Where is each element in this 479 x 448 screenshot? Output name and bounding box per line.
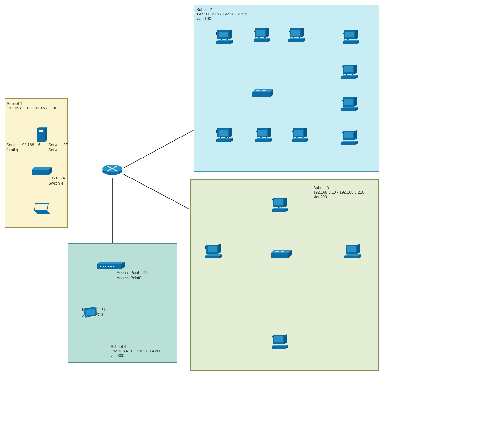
subnet4-title-text: Subnet 4: [111, 344, 161, 349]
tablet-node[interactable]: TabletPC - PT Tablet PC0: [81, 306, 105, 317]
server-ip-note: (static): [6, 148, 42, 153]
subnet1-title-text: Subnet 1: [7, 101, 57, 106]
subnet1-switch-label: 2950 - 24 Switch 4: [48, 176, 65, 186]
subnet3-title-block: Subnet 3 192.168.3.10 - 192.168.3.210 vl…: [312, 184, 365, 200]
ap-l2: Access Point0: [117, 276, 147, 281]
subnet3-vlan: vlan200: [314, 195, 364, 199]
pc9-label2: PC - 9: [257, 134, 268, 139]
router-node[interactable]: 1841 Router 10: [102, 163, 119, 174]
pc7-label2: PC - 7: [343, 137, 354, 142]
tablet-l1: TabletPC - PT: [81, 307, 105, 312]
s3pc1-l2: PC1: [348, 250, 355, 256]
pc-node-5[interactable]: PC - PT PC - 5: [341, 65, 355, 76]
subnet1-zone: Subnet 1 192.168.1.10 - 192.168.1.210: [5, 98, 68, 228]
pc-node-8[interactable]: PC - PT PC - 8: [292, 128, 305, 139]
pc-node-9[interactable]: PC - PT PC - 9: [255, 128, 269, 139]
s3pc2-l2: PC2: [208, 250, 216, 256]
subnet1-range: 192.168.1.10 - 192.168.1.210: [7, 106, 57, 110]
server-ip-text: Server: 192.168.1.6.: [6, 143, 42, 148]
pc-node-2[interactable]: PC - PT PC - 2: [254, 28, 267, 39]
subnet2-title-text: Subnet 2: [196, 7, 247, 12]
s3pc4-l1: PC - PT: [272, 199, 285, 204]
pc4-label1: PC - PT: [343, 31, 356, 36]
pc6-label2: PC - 6: [343, 103, 354, 108]
pc9-label1: PC - PT: [255, 129, 269, 134]
pc4-label2: PC - 4: [344, 36, 355, 41]
pc-node-3[interactable]: PC - PT PC - 3: [288, 28, 302, 39]
pc10-label1: PC - PT: [216, 129, 230, 134]
ap-l1: Access Point - PT: [117, 270, 147, 276]
subnet2-vlan: vlan 100: [196, 16, 247, 21]
subnet3-pc1[interactable]: PC - PT PC1: [344, 244, 358, 255]
subnet3-title-text: Subnet 3: [314, 186, 364, 190]
pc2-label2: PC - 2: [255, 34, 266, 39]
pc6-label1: PC - PT: [341, 98, 355, 103]
server-label1: Server - PT: [48, 143, 68, 148]
s3pc4-l2: PC4: [275, 204, 282, 209]
subnet2-title-block: Subnet 2 192.168.2.10 - 192.168.2.210 vl…: [195, 6, 248, 22]
pc5-label1: PC - PT: [341, 66, 355, 71]
s3pc2-l1: PC - PT: [205, 245, 219, 250]
subnet4-range: 192.168.4.10 - 192.168.4.200: [111, 349, 161, 353]
server-label2: Server 1: [48, 148, 68, 153]
pc7-label1: PC - PT: [341, 132, 355, 137]
pc-node-1[interactable]: PC - PT PC - 1: [216, 30, 230, 41]
subnet4-zone: Subnet 4 192.168.4.10 - 192.168.4.200 vl…: [68, 243, 177, 363]
subnet4-vlan: vlan300: [111, 353, 161, 358]
subnet3-pc2[interactable]: PC - PT PC2: [205, 244, 219, 255]
ap-label: Access Point - PT Access Point0: [117, 270, 147, 280]
tablet-l2: Tablet PC0: [84, 312, 103, 318]
pc-node-7[interactable]: PC - PT PC - 7: [341, 130, 355, 142]
pc-node-4[interactable]: PC - PT PC - 4: [343, 30, 356, 41]
pc8-label1: PC - PT: [292, 129, 305, 134]
pc1-label1: PC - PT: [216, 31, 230, 36]
subnet1-title: Subnet 1 192.168.1.10 - 192.168.1.210: [5, 100, 59, 112]
pc-node-10[interactable]: PC - PT PC - 10: [216, 128, 230, 139]
subnet2-range: 192.168.2.10 - 192.168.2.210: [196, 12, 247, 16]
subnet3-range: 192.168.3.10 - 192.168.3.210: [314, 190, 364, 195]
switch-label2: Switch 4: [48, 181, 65, 186]
server-ip-label: Server: 192.168.1.6. (static): [6, 143, 42, 153]
server-label-side: Server - PT Server 1: [48, 143, 68, 153]
pc2-label1: PC - PT: [254, 29, 267, 34]
subnet3-pc4[interactable]: PC - PT PC4: [272, 198, 285, 209]
pc5-label2: PC - 5: [343, 71, 354, 76]
pc3-label2: PC - 3: [290, 34, 301, 39]
router-label2: Router 10: [102, 169, 119, 174]
s3pc1-l1: PC - PT: [344, 245, 358, 250]
subnet4-title-block: Subnet 4 192.168.4.10 - 192.168.4.200 vl…: [109, 343, 163, 359]
pc10-label2: PC - 10: [216, 134, 230, 139]
s3pc3-l2: PC3: [275, 341, 282, 346]
pc8-label2: PC - 8: [293, 134, 304, 139]
pc1-label2: PC - 1: [217, 36, 228, 41]
subnet3-pc3[interactable]: PC - PT PC3: [272, 334, 285, 346]
pc-node-6[interactable]: PC - PT PC - 6: [341, 97, 355, 108]
pc3-label1: PC - PT: [288, 29, 302, 34]
router-label1: 1841: [106, 164, 115, 169]
s3pc3-l1: PC - PT: [272, 336, 285, 341]
switch-label1: 2950 - 24: [48, 176, 65, 181]
